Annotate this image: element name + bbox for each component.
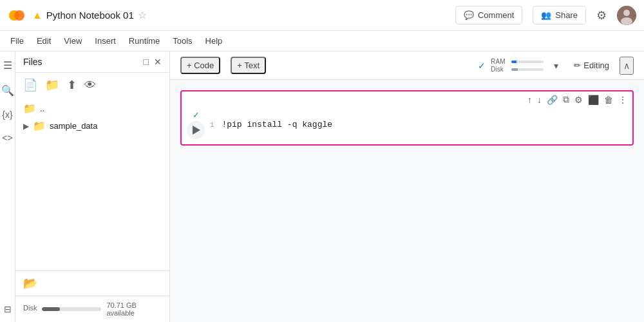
ram-fill — [511, 61, 516, 63]
sidebar-header: Files □ ✕ — [15, 52, 169, 73]
pencil-icon: ✏ — [574, 61, 581, 70]
main-content: ☰ 🔍 {x} <> ⊟ Files □ ✕ 📄 📁 ⬆ 👁 📁 .. ▶ — [0, 52, 644, 322]
more-options-icon[interactable]: ⋮ — [618, 95, 627, 105]
hamburger-icon[interactable]: ☰ — [3, 59, 12, 71]
notebook-title-area: ▲ Python Notebook 01 ☆ — [32, 9, 455, 21]
search-icon[interactable]: 🔍 — [1, 84, 14, 97]
run-check-icon: ✓ — [193, 110, 200, 120]
drive-icon: ▲ — [32, 10, 43, 21]
disk-fill-top — [511, 68, 518, 71]
menu-edit[interactable]: Edit — [32, 33, 56, 48]
check-icon: ✓ — [478, 61, 486, 71]
sidebar-header-icons: □ ✕ — [144, 57, 162, 67]
editing-button[interactable]: ✏ Editing — [569, 58, 614, 73]
colab-logo — [8, 6, 26, 24]
move-cell-icon[interactable]: ⬛ — [588, 95, 599, 105]
share-label: Share — [555, 10, 578, 20]
folder-dotdot-label: .. — [40, 104, 44, 113]
ram-row: RAM — [491, 58, 544, 65]
orange-folder-icon[interactable]: 📂 — [23, 276, 37, 290]
top-bar: ▲ Python Notebook 01 ☆ 💬 Comment 👥 Share… — [0, 0, 644, 31]
menu-tools[interactable]: Tools — [167, 33, 197, 48]
run-cell-button[interactable] — [187, 121, 205, 139]
top-right-area: 💬 Comment 👥 Share ⚙ — [455, 6, 636, 25]
editor-toolbar: + Code + Text ✓ RAM Disk — [170, 52, 644, 80]
code-content: !pip install -q kaggle — [222, 120, 332, 129]
add-code-button[interactable]: + Code — [180, 57, 220, 74]
ram-progress-bar — [511, 61, 544, 63]
code-snippets-icon[interactable]: <> — [2, 133, 12, 143]
ram-dropdown-button[interactable]: ▾ — [549, 58, 564, 73]
disk-row: Disk — [491, 66, 544, 73]
share-icon: 👥 — [541, 10, 551, 20]
disk-status: Disk 70.71 GB available — [23, 301, 162, 317]
chevron-right-icon: ▶ — [23, 122, 29, 131]
svg-point-1 — [14, 10, 24, 21]
disk-progress-bar — [42, 307, 101, 311]
comment-button[interactable]: 💬 Comment — [455, 6, 522, 24]
cell-settings-icon[interactable]: ⚙ — [574, 95, 583, 105]
svg-point-4 — [621, 17, 632, 25]
move-down-icon[interactable]: ↓ — [537, 95, 542, 105]
disk-label-text: Disk — [23, 304, 37, 312]
new-file-icon[interactable]: 📄 — [23, 78, 37, 92]
cell-content: ✓ 1 !pip install -q kaggle — [182, 108, 632, 144]
eye-off-icon[interactable]: 👁 — [84, 79, 96, 92]
sidebar-toolbar: 📄 📁 ⬆ 👁 — [15, 73, 169, 97]
list-item[interactable]: ▶ 📁 sample_data — [15, 117, 169, 135]
folder-icon: 📁 — [23, 102, 36, 115]
cell-left: ✓ — [187, 110, 205, 139]
terminal-icon[interactable]: ⊟ — [4, 304, 12, 314]
ram-disk-area: RAM Disk — [491, 58, 544, 73]
settings-icon[interactable]: ⚙ — [596, 8, 607, 23]
menu-bar: File Edit View Insert Runtime Tools Help — [0, 31, 644, 52]
sidebar-close-icon[interactable]: ✕ — [154, 57, 162, 67]
star-icon[interactable]: ☆ — [138, 9, 147, 21]
sidebar-footer: Disk 70.71 GB available — [15, 296, 169, 322]
notebook-title: Python Notebook 01 — [46, 10, 134, 21]
menu-view[interactable]: View — [59, 33, 87, 48]
cell-toolbar: ↑ ↓ 🔗 ⧉ ⚙ ⬛ 🗑 ⋮ — [182, 91, 632, 108]
editing-label: Editing — [583, 61, 609, 70]
code-cell: ↑ ↓ 🔗 ⧉ ⚙ ⬛ 🗑 ⋮ ✓ — [180, 90, 634, 146]
line-number: 1 — [210, 121, 214, 129]
sidebar-title: Files — [23, 57, 43, 67]
link-icon[interactable]: 🔗 — [547, 95, 558, 105]
comment-icon: 💬 — [464, 10, 474, 20]
move-up-icon[interactable]: ↑ — [527, 95, 532, 105]
add-code-label: + Code — [187, 61, 214, 70]
disk-fill — [42, 307, 60, 311]
collapse-button[interactable]: ∧ — [620, 57, 634, 75]
cell-code[interactable]: 1 !pip install -q kaggle — [210, 120, 627, 129]
run-triangle-icon — [193, 126, 200, 135]
disk-progress-bar-top — [511, 68, 544, 71]
folder-icon: 📁 — [33, 120, 46, 132]
notebook-content: ↑ ↓ 🔗 ⧉ ⚙ ⬛ 🗑 ⋮ ✓ — [170, 80, 644, 322]
editor-toolbar-right: ✓ RAM Disk ▾ — [478, 57, 634, 75]
menu-help[interactable]: Help — [200, 33, 228, 48]
disk-available-text: 70.71 GB available — [106, 301, 162, 317]
variables-icon[interactable]: {x} — [2, 109, 12, 120]
share-button[interactable]: 👥 Share — [533, 6, 586, 24]
disk-row-label: Disk — [491, 66, 509, 73]
new-folder-icon[interactable]: 📁 — [45, 78, 59, 92]
editor-area: + Code + Text ✓ RAM Disk — [170, 52, 644, 322]
add-text-label: + Text — [237, 61, 260, 70]
avatar — [617, 6, 636, 25]
comment-label: Comment — [478, 10, 514, 20]
list-item[interactable]: 📁 .. — [15, 100, 169, 117]
menu-insert[interactable]: Insert — [90, 33, 121, 48]
folder-sample-data-label: sample_data — [50, 121, 97, 131]
upload-icon[interactable]: ⬆ — [67, 78, 77, 92]
ram-label: RAM — [491, 58, 509, 65]
files-sidebar: Files □ ✕ 📄 📁 ⬆ 👁 📁 .. ▶ 📁 sample_data — [15, 52, 170, 322]
sidebar-new-file-icon[interactable]: □ — [144, 57, 149, 67]
copy-cell-icon[interactable]: ⧉ — [563, 94, 569, 105]
delete-cell-icon[interactable]: 🗑 — [604, 95, 613, 105]
add-text-button[interactable]: + Text — [231, 57, 266, 74]
sidebar-content: 📁 .. ▶ 📁 sample_data — [15, 97, 169, 187]
menu-runtime[interactable]: Runtime — [124, 33, 165, 48]
menu-file[interactable]: File — [5, 33, 29, 48]
svg-point-3 — [623, 10, 630, 16]
icon-sidebar: ☰ 🔍 {x} <> ⊟ — [0, 52, 15, 322]
